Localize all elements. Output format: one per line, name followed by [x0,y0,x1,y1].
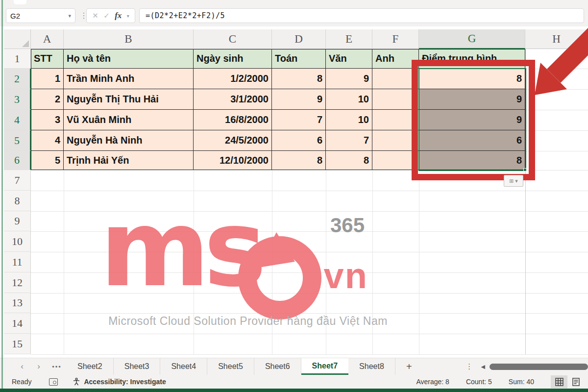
row-header-1[interactable]: 1 [4,49,31,69]
row-header-11[interactable]: 11 [4,252,31,272]
cell-D3[interactable]: 9 [272,89,326,110]
row-header-5[interactable]: 5 [4,130,31,151]
autofill-options-button[interactable]: ⊞▾ [504,175,523,187]
row-header-9[interactable]: 9 [4,211,31,231]
cell-C4[interactable]: 16/8/2000 [194,110,272,130]
row-header-13[interactable]: 13 [4,293,31,313]
cell-C3[interactable]: 3/1/2000 [194,89,272,110]
row-header-2[interactable]: 2 [4,69,31,89]
cell-F3[interactable] [372,89,419,110]
column-header-B[interactable]: B [64,29,194,49]
cell-E3[interactable]: 10 [326,89,372,110]
row-header-8[interactable]: 8 [4,191,31,211]
cell-E4[interactable]: 10 [326,110,372,130]
column-header-G[interactable]: G [419,29,525,49]
cell-A2[interactable]: 1 [31,69,64,89]
row-header-14[interactable]: 14 [4,313,31,334]
row-header-6[interactable]: 6 [4,151,31,170]
sheet-nav-left-icon[interactable]: ‹ [14,358,30,375]
cell-E6[interactable]: 8 [326,151,372,170]
cell-G1[interactable]: Điểm trung bình [419,49,525,69]
cell-F4[interactable] [372,110,419,130]
row-header-15[interactable]: 15 [4,334,31,354]
formula-input[interactable]: =(D2*2+E2*2+F2)/5 [139,8,584,23]
cell-E2[interactable]: 9 [326,69,372,89]
cell-C6[interactable]: 12/10/2000 [194,151,272,170]
normal-view-button[interactable] [551,375,567,388]
cell-C2[interactable]: 1/2/2000 [194,69,272,89]
column-header-A[interactable]: A [31,29,64,49]
tab-options-icon[interactable]: ⋮ [462,358,477,375]
cell-A3[interactable]: 2 [31,89,64,110]
formula-text: =(D2*2+E2*2+F2)/5 [146,11,225,20]
cell-F2[interactable] [372,69,419,89]
cell-F1[interactable]: Anh [372,49,419,69]
cell-B6[interactable]: Trịnh Hải Yến [64,151,194,170]
cell-B4[interactable]: Vũ Xuân Minh [64,110,194,130]
name-box-chevron-icon[interactable]: ▾ [68,13,71,19]
row-header-3[interactable]: 3 [4,89,31,110]
cell-E5[interactable]: 7 [326,130,372,151]
sheet-tab-sheet4[interactable]: Sheet4 [160,358,207,375]
row-header-4[interactable]: 4 [4,110,31,130]
cell-E1[interactable]: Văn [326,49,372,69]
accessibility-status[interactable]: Accessibility: Investigate [73,378,166,386]
sheet-more-icon[interactable]: ••• [47,358,67,375]
cell-D1[interactable]: Toán [272,49,326,69]
cell-B3[interactable]: Nguyễn Thị Thu Hải [64,89,194,110]
cell-D2[interactable]: 8 [272,69,326,89]
cell-F6[interactable] [372,151,419,170]
gridline-horizontal [31,252,588,252]
column-header-C[interactable]: C [194,29,272,49]
sheet-tab-sheet2[interactable]: Sheet2 [67,358,114,375]
name-box[interactable]: G2 ▾ [6,8,75,23]
cell-C5[interactable]: 24/5/2000 [194,130,272,151]
cell-F5[interactable] [372,130,419,151]
fill-handle[interactable] [523,168,527,172]
hscroll-left-icon[interactable]: ◀ [477,358,490,375]
cell-G4[interactable]: 9 [419,110,525,130]
cell-A6[interactable]: 5 [31,151,64,170]
column-header-E[interactable]: E [326,29,372,49]
cell-A5[interactable]: 4 [31,130,64,151]
row-header-7[interactable]: 7 [4,170,31,191]
cell-D4[interactable]: 7 [272,110,326,130]
cell-G5[interactable]: 6 [419,130,525,151]
sheet-tab-sheet3[interactable]: Sheet3 [114,358,161,375]
window-left-edge [1,0,3,389]
cancel-icon[interactable]: ✕ [92,11,98,20]
cell-B2[interactable]: Trần Minh Anh [64,69,194,89]
add-sheet-button[interactable]: + [395,358,423,375]
cell-A4[interactable]: 3 [31,110,64,130]
fx-chevron-icon[interactable]: ▾ [127,13,129,19]
cell-D6[interactable]: 8 [272,151,326,170]
hscroll-thumb[interactable] [490,364,588,370]
insert-function-icon[interactable]: fx [115,11,122,21]
column-header-F[interactable]: F [372,29,419,49]
cell-G2[interactable]: 8 [419,69,525,89]
sheet-tab-sheet7[interactable]: Sheet7 [301,358,348,375]
gridline-horizontal [31,334,588,334]
cell-D5[interactable]: 6 [272,130,326,151]
column-header-H[interactable]: H [525,29,588,49]
sheet-tab-sheet5[interactable]: Sheet5 [207,358,254,375]
cell-G6[interactable]: 8 [419,151,525,170]
horizontal-scrollbar[interactable] [490,364,588,370]
macro-record-icon[interactable] [49,378,58,386]
sheet-tab-sheet6[interactable]: Sheet6 [254,358,301,375]
row-header-12[interactable]: 12 [4,272,31,293]
row-header-10[interactable]: 10 [4,231,31,252]
cell-A1[interactable]: STT [31,49,64,69]
enter-icon[interactable]: ✓ [103,11,110,20]
cell-G3[interactable]: 9 [419,89,525,110]
page-layout-view-button[interactable] [567,375,584,388]
mso-logo-365: 365 [330,214,365,237]
formula-buttons: ✕ ✓ fx ▾ [86,8,135,23]
cell-B5[interactable]: Nguyễn Hà Ninh [64,130,194,151]
cell-C1[interactable]: Ngày sinh [194,49,272,69]
select-all-button[interactable] [4,29,31,49]
sheet-tab-sheet8[interactable]: Sheet8 [348,358,395,375]
sheet-nav-right-icon[interactable]: › [30,358,47,375]
column-header-D[interactable]: D [272,29,326,49]
cell-B1[interactable]: Họ và tên [64,49,194,69]
